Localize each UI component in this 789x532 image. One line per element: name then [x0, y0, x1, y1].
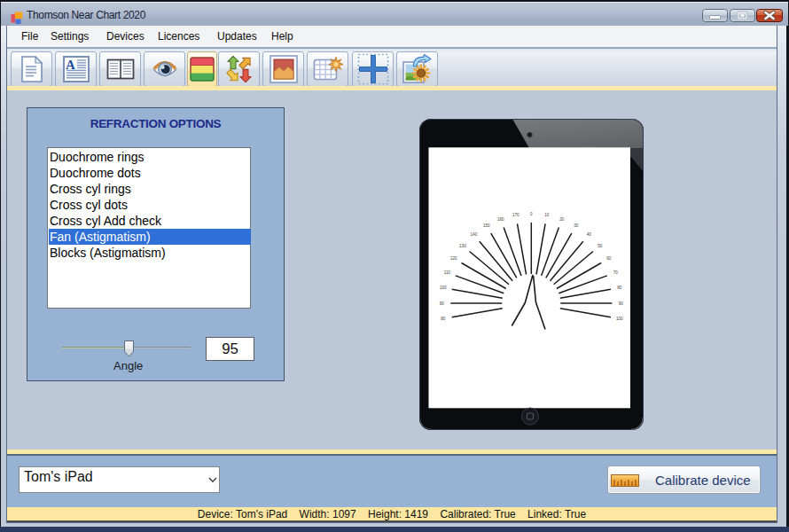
svg-text:20: 20: [559, 217, 565, 222]
svg-text:80: 80: [441, 317, 446, 321]
svg-text:90: 90: [440, 301, 445, 306]
svg-text:120: 120: [450, 256, 457, 261]
svg-text:30: 30: [574, 223, 579, 228]
svg-text:150: 150: [483, 223, 490, 228]
svg-text:80: 80: [617, 286, 622, 290]
svg-text:100: 100: [616, 317, 623, 321]
svg-text:130: 130: [459, 244, 466, 248]
svg-text:100: 100: [440, 286, 447, 290]
svg-text:0: 0: [530, 212, 533, 216]
svg-text:70: 70: [613, 270, 619, 275]
svg-text:160: 160: [497, 217, 504, 222]
svg-text:40: 40: [587, 232, 592, 237]
svg-text:60: 60: [606, 256, 612, 261]
svg-text:10: 10: [544, 213, 550, 217]
svg-text:A: A: [66, 58, 75, 72]
svg-text:170: 170: [512, 213, 519, 217]
svg-text:50: 50: [598, 244, 603, 248]
svg-text:140: 140: [471, 232, 478, 237]
svg-text:90: 90: [619, 301, 624, 306]
svg-text:110: 110: [444, 270, 451, 275]
